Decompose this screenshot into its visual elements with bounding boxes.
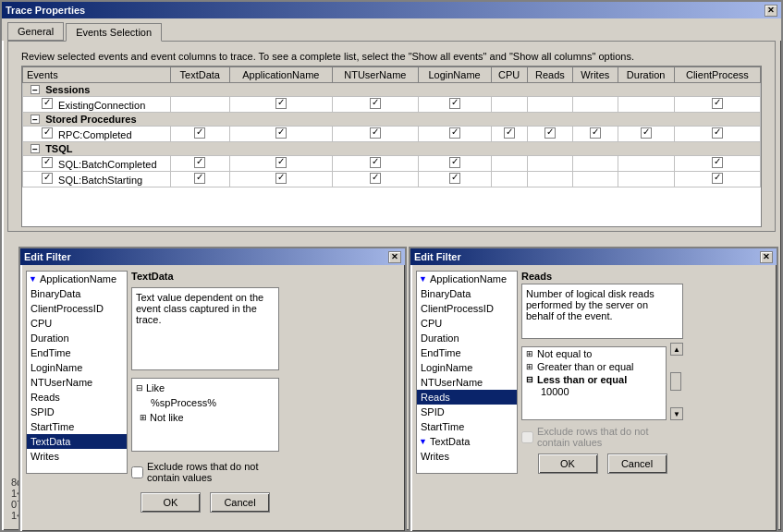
group-stored-procs: − Stored Procedures xyxy=(23,113,761,127)
group-sessions: − Sessions xyxy=(23,83,761,97)
filter-right-item-cpu[interactable]: CPU xyxy=(417,316,517,331)
filter-right-item-clientpid[interactable]: ClientProcessID xyxy=(417,301,517,316)
cb-bs-login[interactable] xyxy=(449,173,460,184)
filter-left-exclude-cb[interactable] xyxy=(131,466,143,478)
filter-left-exclude-label: Exclude rows that do not contain values xyxy=(147,461,279,483)
filter-right-item-loginname[interactable]: LoginName xyxy=(417,360,517,375)
edit-filter-right: Edit Filter ✕ ▼ ApplicationName BinaryDa… xyxy=(409,247,778,532)
filter-right-close[interactable]: ✕ xyxy=(760,251,773,263)
collapse-sessions[interactable]: − xyxy=(31,85,40,94)
filter-left-item-cpu[interactable]: CPU xyxy=(27,316,127,331)
cb-bs-client[interactable] xyxy=(712,173,723,184)
filter-left-item-writes[interactable]: Writes xyxy=(27,449,127,464)
scroll-down-conditions[interactable]: ▼ xyxy=(670,407,683,420)
condition-not-equal[interactable]: ⊞ Not equal to xyxy=(522,347,666,360)
filter-left-item-duration[interactable]: Duration xyxy=(27,331,127,345)
filter-right-item-appname[interactable]: ▼ ApplicationName xyxy=(417,272,517,286)
filter-left-item-ntuser[interactable]: NTUserName xyxy=(27,375,127,390)
filter-left-item-appname[interactable]: ▼ ApplicationName xyxy=(27,272,127,286)
filter-right-item-ntuser[interactable]: NTUserName xyxy=(417,375,517,390)
filter-icon-appname: ▼ xyxy=(29,274,37,284)
filter-left-item-reads[interactable]: Reads xyxy=(27,390,127,405)
filter-left-item-binary[interactable]: BinaryData xyxy=(27,286,127,301)
cb-bs-ntuser[interactable] xyxy=(370,173,381,184)
filter-right-body: ▼ ApplicationName BinaryData ClientProce… xyxy=(410,265,777,479)
filter-right-item-binary[interactable]: BinaryData xyxy=(417,286,517,301)
cb-rpc-duration[interactable] xyxy=(641,127,652,139)
description-text: Review selected events and event columns… xyxy=(21,51,762,62)
row-rpc-completed: RPC:Completed xyxy=(23,127,761,142)
expand-not-equal: ⊞ xyxy=(526,349,533,358)
filter-right-buttons: OK Cancel xyxy=(521,453,683,474)
filter-left-item-clientpid[interactable]: ClientProcessID xyxy=(27,301,127,316)
cb-rpc-reads[interactable] xyxy=(544,127,556,139)
cb-bc-text[interactable] xyxy=(194,157,205,168)
filter-left-item-starttime[interactable]: StartTime xyxy=(27,419,127,434)
tab-general[interactable]: General xyxy=(7,22,64,41)
col-loginname: LoginName xyxy=(418,67,491,83)
condition-box[interactable]: ⊞ Not equal to ⊞ Greater than or equal ⊟… xyxy=(521,346,667,420)
scroll-up-conditions[interactable]: ▲ xyxy=(670,343,683,356)
filter-left-item-loginname[interactable]: LoginName xyxy=(27,360,127,375)
filter-left-item-endtime[interactable]: EndTime xyxy=(27,345,127,360)
filter-right-cancel-btn[interactable]: Cancel xyxy=(607,453,667,474)
filter-left-list[interactable]: ▼ ApplicationName BinaryData ClientProce… xyxy=(26,271,128,474)
filter-right-ok-btn[interactable]: OK xyxy=(538,453,598,474)
cb-rpc-client[interactable] xyxy=(712,127,723,139)
filter-right-item-textdata[interactable]: ▼ TextData xyxy=(417,434,517,449)
filter-left-buttons: OK Cancel xyxy=(131,492,279,513)
cb-batch-starting[interactable] xyxy=(42,173,53,184)
filter-left-ok-btn[interactable]: OK xyxy=(141,492,201,513)
cb-ec-client[interactable] xyxy=(712,98,723,109)
filter-left-cancel-btn[interactable]: Cancel xyxy=(210,492,270,513)
cb-rpc-login[interactable] xyxy=(449,127,460,139)
filter-right-item-reads[interactable]: Reads xyxy=(417,390,517,405)
collapse-stored-procs[interactable]: − xyxy=(31,115,40,124)
filter-right-list[interactable]: ▼ ApplicationName BinaryData ClientProce… xyxy=(416,271,518,474)
cb-bc-ntuser[interactable] xyxy=(370,157,381,168)
collapse-tsql[interactable]: − xyxy=(31,144,40,153)
cb-rpc-text[interactable] xyxy=(194,127,205,139)
filter-right-item-starttime[interactable]: StartTime xyxy=(417,419,517,434)
condition-less-equal[interactable]: ⊟ Less than or equal xyxy=(522,373,666,386)
col-duration: Duration xyxy=(618,67,674,83)
filter-left-close[interactable]: ✕ xyxy=(388,251,401,263)
not-like-row: ⊞ Not like xyxy=(136,412,275,423)
cb-bc-client[interactable] xyxy=(712,157,723,168)
close-button[interactable]: ✕ xyxy=(765,5,777,17)
cb-ec-ntuser[interactable] xyxy=(370,98,381,109)
filter-right-item-duration[interactable]: Duration xyxy=(417,331,517,345)
cb-ec-login[interactable] xyxy=(449,98,460,109)
filter-left-item-spid[interactable]: SPID xyxy=(27,405,127,419)
cb-rpc-cpu[interactable] xyxy=(504,127,515,139)
col-writes: Writes xyxy=(573,67,618,83)
cb-batch-completed[interactable] xyxy=(42,157,53,168)
cb-bs-appname[interactable] xyxy=(275,173,287,184)
filter-right-exclude-cb[interactable] xyxy=(521,431,533,443)
cb-rpc-writes[interactable] xyxy=(590,127,601,139)
events-table-container[interactable]: Events TextData ApplicationName NTUserNa… xyxy=(21,66,762,227)
cb-ec-appname[interactable] xyxy=(275,98,287,109)
filter-left-item-textdata[interactable]: TextData xyxy=(27,434,127,449)
tab-events-selection[interactable]: Events Selection xyxy=(66,23,162,42)
cb-existing[interactable] xyxy=(42,98,53,109)
filter-right-item-spid[interactable]: SPID xyxy=(417,405,517,419)
cb-rpc[interactable] xyxy=(42,127,53,139)
edit-filter-left: Edit Filter ✕ ▼ ApplicationName BinaryDa… xyxy=(18,247,407,532)
col-appname: ApplicationName xyxy=(229,67,333,83)
filter-right-icon-appname: ▼ xyxy=(419,274,427,284)
filter-left-like-header: ⊟ Like xyxy=(136,382,275,393)
filter-right-item-writes[interactable]: Writes xyxy=(417,449,517,464)
cb-bc-login[interactable] xyxy=(449,157,460,168)
cb-bc-appname[interactable] xyxy=(275,157,287,168)
filter-right-info-label: Reads xyxy=(521,271,683,282)
filter-right-item-endtime[interactable]: EndTime xyxy=(417,345,517,360)
row-batch-starting: SQL:BatchStarting xyxy=(23,172,761,187)
cb-rpc-ntuser[interactable] xyxy=(370,127,381,139)
tabs-bar: General Events Selection xyxy=(2,18,781,41)
cb-bs-text[interactable] xyxy=(194,173,205,184)
expand-notlike-icon: ⊞ xyxy=(140,413,147,422)
scroll-thumb-conditions[interactable] xyxy=(670,372,681,391)
cb-rpc-appname[interactable] xyxy=(275,127,287,139)
condition-greater-equal[interactable]: ⊞ Greater than or equal xyxy=(522,360,666,373)
